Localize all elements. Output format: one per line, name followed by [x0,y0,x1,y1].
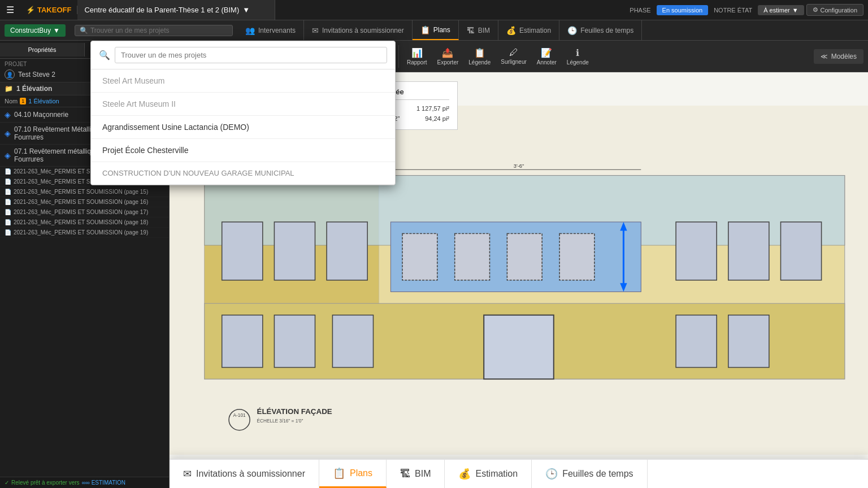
bottom-invitations-icon: ✉ [183,468,192,480]
legend-value-1: 94,24 pi² [425,115,449,122]
dropdown-search-area: 🔍 [91,41,395,69]
folder-icon: 📁 [5,85,13,93]
annoter-label: Annoter [537,59,557,66]
second-bar: ConstructBuy ▼ 🔍 👥 Intervenants ✉ Invita… [0,20,868,41]
export-status-text: ✓ Relevé prêt à exporter vers ∞∞ ESTIMAT… [5,480,125,486]
project-list-item-4[interactable]: CONSTRUCTION D'UN NOUVEAU GARAGE MUNICIP… [91,162,395,185]
item-icon-maconnerie: ◈ [5,110,11,119]
exporter-label: Exporter [437,59,459,66]
tab-feuilles[interactable]: 🕒 Feuilles de temps [559,20,642,40]
notre-etat-button[interactable]: À estimer ▼ [758,5,804,15]
logo-icon: ⚡ [26,6,35,14]
estimation-icon: 💰 [506,26,516,35]
menu-icon[interactable]: ☰ [0,0,20,20]
top-right-actions: PHASE En soumission NOTRE ÉTAT À estimer… [626,4,868,16]
exporter-icon: 📤 [442,47,453,58]
file-list: 📄 2021-263_Méc_PERMIS ET SOUMISSION (pag… [0,167,169,477]
bottom-tab-plans[interactable]: 📋 Plans [319,460,387,488]
bottom-tab-bim[interactable]: 🏗 BIM [387,460,445,488]
project-list-item-1[interactable]: Steele Art Museum II [91,93,395,116]
surligneur-icon: 🖊 [509,47,518,58]
file-icon-4: 📄 [5,209,11,215]
tab-estimation[interactable]: 💰 Estimation [498,20,559,40]
svg-text:3'-6": 3'-6" [514,163,524,169]
file-name-2: 2021-263_Méc_PERMIS ET SOUMISSION (page … [14,189,148,195]
legende-tool[interactable]: 📋 Légende [464,45,495,68]
file-icon-0: 📄 [5,168,11,175]
svg-text:ÉCHELLE 3/16" = 1'0": ÉCHELLE 3/16" = 1'0" [257,418,303,424]
file-icon-2: 📄 [5,189,11,195]
notre-etat-arrow: ▼ [792,7,798,14]
invitations-icon: ✉ [312,26,319,35]
annoter-icon: 📝 [541,47,552,58]
tab-bim-label: BIM [478,27,490,34]
rapport-label: Rapport [407,59,427,66]
legende-icon: 📋 [474,47,485,58]
tab-invitations[interactable]: ✉ Invitations à soumissionner [304,20,413,40]
project-list-item-3[interactable]: Projet École Chesterville [91,139,395,162]
svg-rect-7 [327,222,367,280]
file-item-6[interactable]: 📄 2021-263_Méc_PERMIS ET SOUMISSION (pag… [0,228,169,238]
bottom-plans-label: Plans [350,468,372,478]
bottom-tab-invitations[interactable]: ✉ Invitations à soumissionner [170,460,319,488]
file-icon-3: 📄 [5,199,11,205]
svg-rect-21 [728,315,769,368]
file-item-5[interactable]: 📄 2021-263_Méc_PERMIS ET SOUMISSION (pag… [0,217,169,228]
svg-rect-6 [274,222,315,280]
exporter-tool[interactable]: 📤 Exporter [433,45,463,68]
project-selector[interactable]: Centre éducatif de la Parent-Thèse 1 et … [77,0,275,20]
svg-rect-16 [222,315,263,368]
tab-plans[interactable]: 📋 Plans [413,20,459,40]
file-item-2[interactable]: 📄 2021-263_Méc_PERMIS ET SOUMISSION (pag… [0,187,169,197]
bottom-bim-icon: 🏗 [400,468,410,480]
bottom-feuilles-label: Feuilles de temps [562,469,633,479]
nav-tabs: 👥 Intervenants ✉ Invitations à soumissio… [237,20,642,40]
item-icon-r2: ◈ [5,151,11,160]
configuration-button[interactable]: ⚙ Configuration [806,4,863,16]
project-search-box[interactable]: 🔍 [75,25,233,36]
svg-rect-12 [676,222,717,280]
tab-estimation-label: Estimation [519,27,551,34]
file-name-5: 2021-263_Méc_PERMIS ET SOUMISSION (page … [14,219,148,225]
file-item-4[interactable]: 📄 2021-263_Méc_PERMIS ET SOUMISSION (pag… [0,207,169,217]
svg-rect-13 [728,222,769,280]
surligneur-label: Surligneur [501,59,527,65]
name-badge: 1 [20,98,26,104]
file-name-3: 2021-263_Méc_PERMIS ET SOUMISSION (page … [14,199,148,205]
svg-text:ÉLÉVATION FAÇADE: ÉLÉVATION FAÇADE [257,407,332,416]
app-name: TAKEOFF [37,6,71,14]
models-button[interactable]: ≪ Modèles [814,49,863,64]
svg-rect-8 [402,234,437,280]
rapport-tool[interactable]: 📊 Rapport [402,45,432,68]
surligneur-tool[interactable]: 🖊 Surligneur [496,45,531,67]
item-icon-r1: ◈ [5,129,11,138]
project-list-item-0[interactable]: Steel Art Museum [91,69,395,93]
project-list-item-2[interactable]: Agrandissement Usine Lactancia (DEMO) [91,116,395,139]
svg-rect-5 [222,222,263,280]
rapport-icon: 📊 [411,47,423,58]
file-icon-6: 📄 [5,229,11,236]
properties-button[interactable]: Propriétés [0,43,85,56]
bottom-tab-estimation[interactable]: 💰 Estimation [445,460,532,488]
annoter-tool[interactable]: 📝 Annoter [532,45,561,68]
tab-bim[interactable]: 🏗 BIM [459,20,498,40]
feuilles-icon: 🕒 [567,26,577,35]
file-item-3[interactable]: 📄 2021-263_Méc_PERMIS ET SOUMISSION (pag… [0,197,169,207]
legende2-tool[interactable]: ℹ Légende [562,45,593,68]
company-selector[interactable]: ConstructBuy ▼ [5,24,66,37]
dropdown-search-input[interactable] [115,47,387,63]
company-name: ConstructBuy [10,27,51,34]
file-icon-1: 📄 [5,178,11,185]
config-icon: ⚙ [813,6,818,14]
legende2-icon: ℹ [576,47,579,58]
check-icon: ✓ [5,480,9,486]
dropdown-search-icon: 🔍 [99,50,110,60]
tab-intervenants-label: Intervenants [258,27,296,34]
bottom-tab-feuilles[interactable]: 🕒 Feuilles de temps [532,460,647,488]
svg-rect-19 [484,315,554,379]
svg-rect-20 [676,315,717,368]
project-search-input[interactable] [90,27,228,34]
models-chevron: ≪ [821,53,828,60]
tab-intervenants[interactable]: 👥 Intervenants [237,20,304,40]
file-icon-5: 📄 [5,219,11,225]
